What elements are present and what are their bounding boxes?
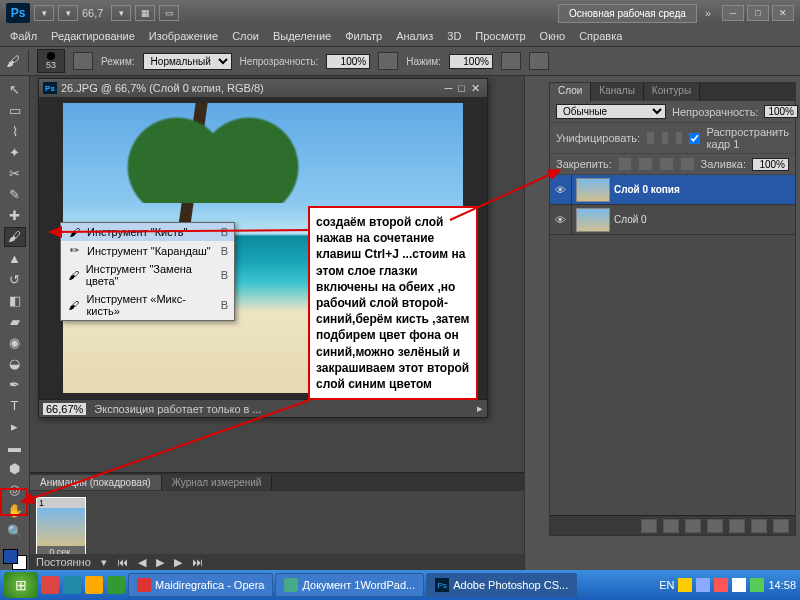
quicklaunch-opera[interactable] [41, 576, 59, 594]
tab-channels[interactable]: Каналы [591, 83, 644, 101]
stamp-tool[interactable]: ▲ [4, 249, 26, 268]
more-icon[interactable]: » [705, 7, 711, 19]
task-wordpad[interactable]: Документ 1WordPad... [275, 573, 424, 597]
tab-paths[interactable]: Контуры [644, 83, 700, 101]
animation-frame-1[interactable]: 1 0 сек. [36, 497, 86, 559]
tab-animation[interactable]: Анимация (покадровая) [30, 475, 162, 490]
foreground-color[interactable] [3, 549, 18, 564]
flyout-pencil[interactable]: ✏Инструмент "Карандаш"B [61, 241, 234, 260]
airbrush-toggle[interactable] [501, 52, 521, 70]
close-button[interactable]: ✕ [772, 5, 794, 21]
lasso-tool[interactable]: ⌇ [4, 122, 26, 141]
tray-icon[interactable] [714, 578, 728, 592]
tray-icon[interactable] [696, 578, 710, 592]
hand-tool[interactable]: ✋ [4, 501, 26, 520]
lock-position-icon[interactable] [659, 157, 674, 171]
flyout-color-replace[interactable]: 🖌Инструмент "Замена цвета"B [61, 260, 234, 290]
next-frame-button[interactable]: ▶ [174, 556, 182, 569]
layer-thumbnail[interactable] [576, 208, 610, 232]
layer-visibility-icon[interactable]: 👁 [550, 175, 572, 204]
start-button[interactable]: ⊞ [4, 572, 38, 598]
tray-icon[interactable] [750, 578, 764, 592]
tab-layers[interactable]: Слои [550, 83, 591, 101]
layer-row-0[interactable]: 👁 Слой 0 [550, 205, 795, 235]
move-tool[interactable]: ↖ [4, 80, 26, 99]
layer-name[interactable]: Слой 0 [614, 214, 795, 225]
unify-position-icon[interactable] [646, 131, 654, 145]
prev-frame-button[interactable]: ◀ [138, 556, 146, 569]
last-frame-button[interactable]: ⏭ [192, 556, 203, 568]
loop-dropdown[interactable]: Постоянно [36, 556, 91, 568]
blur-tool[interactable]: ◉ [4, 333, 26, 352]
tab-measurement-log[interactable]: Журнал измерений [162, 475, 273, 490]
tray-icon[interactable] [732, 578, 746, 592]
unify-style-icon[interactable] [675, 131, 683, 145]
history-brush-tool[interactable]: ↺ [4, 270, 26, 289]
pen-tool[interactable]: ✒ [4, 375, 26, 394]
opacity-input[interactable]: 100% [326, 54, 370, 69]
zoom-tool[interactable]: 🔍 [4, 522, 26, 541]
fill-input[interactable]: 100% [752, 158, 789, 171]
task-opera[interactable]: Maidiregrafica - Opera [128, 573, 273, 597]
doc-maximize-icon[interactable]: □ [458, 82, 465, 94]
document-titlebar[interactable]: Ps 26.JPG @ 66,7% (Слой 0 копия, RGB/8) … [39, 79, 487, 97]
quicklaunch-app[interactable] [85, 576, 103, 594]
language-indicator[interactable]: EN [659, 579, 674, 591]
brush-panel-toggle[interactable] [73, 52, 93, 70]
menu-file[interactable]: Файл [4, 28, 43, 44]
screen-mode-button[interactable]: ▭ [159, 5, 179, 21]
lock-transparency-icon[interactable] [618, 157, 633, 171]
menu-image[interactable]: Изображение [143, 28, 224, 44]
tray-icon[interactable] [678, 578, 692, 592]
delete-layer-icon[interactable] [773, 519, 789, 533]
menu-layers[interactable]: Слои [226, 28, 265, 44]
link-layers-icon[interactable] [641, 519, 657, 533]
size-pressure-toggle[interactable] [529, 52, 549, 70]
titlebar-dropdown3[interactable]: ▾ [111, 5, 131, 21]
titlebar-dropdown2[interactable]: ▾ [58, 5, 78, 21]
view-arrange-button[interactable]: ▦ [135, 5, 155, 21]
menu-select[interactable]: Выделение [267, 28, 337, 44]
first-frame-button[interactable]: ⏮ [117, 556, 128, 568]
lock-all-icon[interactable] [680, 157, 695, 171]
status-arrow-icon[interactable]: ▸ [477, 402, 483, 415]
3d-camera-tool[interactable]: ◎ [4, 480, 26, 499]
layer-visibility-icon[interactable]: 👁 [550, 205, 572, 234]
heal-tool[interactable]: ✚ [4, 206, 26, 225]
blend-mode-select[interactable]: Нормальный [143, 53, 232, 70]
maximize-button[interactable]: □ [747, 5, 769, 21]
layer-group-icon[interactable] [729, 519, 745, 533]
workspace-switcher[interactable]: Основная рабочая среда [558, 4, 697, 23]
play-button[interactable]: ▶ [156, 556, 164, 569]
layer-style-icon[interactable] [663, 519, 679, 533]
lock-pixels-icon[interactable] [638, 157, 653, 171]
layer-name[interactable]: Слой 0 копия [614, 184, 795, 195]
menu-view[interactable]: Просмотр [469, 28, 531, 44]
brush-tool[interactable]: 🖌 [4, 227, 26, 246]
new-layer-icon[interactable] [751, 519, 767, 533]
flow-input[interactable]: 100% [449, 54, 493, 69]
minimize-button[interactable]: ─ [722, 5, 744, 21]
quicklaunch-ie[interactable] [63, 576, 81, 594]
status-zoom[interactable]: 66,67% [43, 403, 86, 415]
menu-edit[interactable]: Редактирование [45, 28, 141, 44]
3d-tool[interactable]: ⬢ [4, 459, 26, 478]
menu-3d[interactable]: 3D [441, 28, 467, 44]
layer-mask-icon[interactable] [685, 519, 701, 533]
marquee-tool[interactable]: ▭ [4, 101, 26, 120]
dodge-tool[interactable]: ◒ [4, 354, 26, 373]
opacity-pressure-toggle[interactable] [378, 52, 398, 70]
layer-row-0-copy[interactable]: 👁 Слой 0 копия [550, 175, 795, 205]
color-swatches[interactable] [3, 549, 27, 569]
gradient-tool[interactable]: ▰ [4, 312, 26, 331]
eraser-tool[interactable]: ◧ [4, 291, 26, 310]
menu-analysis[interactable]: Анализ [390, 28, 439, 44]
menu-window[interactable]: Окно [534, 28, 572, 44]
shape-tool[interactable]: ▬ [4, 438, 26, 457]
type-tool[interactable]: T [4, 396, 26, 415]
eyedropper-tool[interactable]: ✎ [4, 185, 26, 204]
flyout-mixer-brush[interactable]: 🖌Инструмент «Микс-кисть»B [61, 290, 234, 320]
clock[interactable]: 14:58 [768, 579, 796, 591]
titlebar-dropdown1[interactable]: ▾ [34, 5, 54, 21]
menu-help[interactable]: Справка [573, 28, 628, 44]
